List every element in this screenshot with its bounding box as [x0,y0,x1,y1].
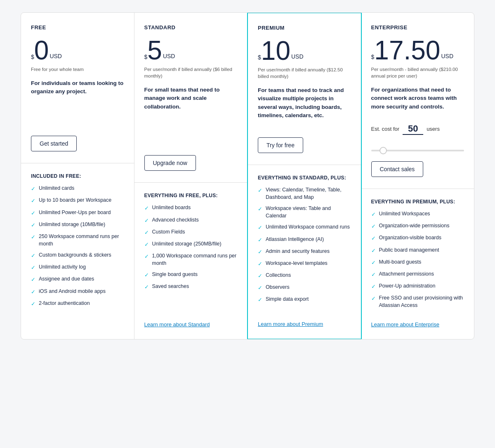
plan-desc-enterprise: For organizations that need to connect w… [371,86,464,111]
feature-item-enterprise-6: ✓ Power-Up administration [371,283,464,290]
feature-item-standard-6: ✓ Saved searches [144,283,238,291]
feature-item-enterprise-5: ✓ Attachment permissions [371,271,464,278]
price-amount-standard: 5 [147,37,162,64]
price-amount-free: 0 [34,37,49,64]
plan-desc-premium: For teams that need to track and visuali… [258,86,351,125]
feature-item-free-1: ✓ Up to 10 boards per Workspace [31,197,124,205]
pricing-table: FREE $ 0 USD Free for your whole team Fo… [21,12,474,340]
feature-text-premium-6: Collections [266,272,291,279]
feature-text-standard-6: Saved searches [152,283,189,290]
plan-desc-free: For individuals or teams looking to orga… [31,79,124,112]
feature-item-enterprise-3: ✓ Public board management [371,247,464,255]
features-section-free: INCLUDED IN FREE: ✓ Unlimited cards ✓ Up… [31,173,124,328]
price-dollar-standard: $ [144,54,148,60]
feature-text-standard-3: Unlimited storage (250MB/file) [152,241,222,248]
check-icon-premium-4: ✓ [258,248,262,256]
features-section-enterprise: EVERYTHING IN PREMIUM, PLUS: ✓ Unlimited… [371,199,464,313]
feature-text-enterprise-1: Organization-wide permissions [379,222,450,230]
learn-more-premium[interactable]: Learn more about Premium [258,313,351,327]
plan-standard: STANDARD $ 5 USD Per user/month if bille… [134,13,248,339]
check-icon-enterprise-6: ✓ [371,283,376,290]
feature-item-premium-4: ✓ Admin and security features [258,248,351,256]
feature-item-free-6: ✓ Unlimited activity log [31,264,124,271]
enterprise-cost: Est. cost for users [371,123,464,135]
check-icon-enterprise-3: ✓ [371,247,376,255]
feature-item-enterprise-7: ✓ Free SSO and user provisioning with At… [371,295,464,309]
plan-enterprise: ENTERPRISE $ 17.50 USD Per user/month - … [361,13,474,339]
divider-premium [248,165,361,165]
feature-item-enterprise-1: ✓ Organization-wide permissions [371,222,464,230]
check-icon-standard-6: ✓ [144,283,149,291]
feature-text-free-0: Unlimited cards [39,185,74,192]
learn-more-enterprise[interactable]: Learn more about Enterprise [371,313,464,328]
price-block-enterprise: $ 17.50 USD [371,37,464,64]
price-dollar-enterprise: $ [371,54,375,60]
est-cost-label: Est. cost for [371,126,400,132]
learn-more-standard[interactable]: Learn more about Standard [144,313,238,328]
cta-button-standard[interactable]: Upgrade now [144,155,196,171]
feature-text-standard-4: 1,000 Workspace command runs per month [152,252,238,267]
check-icon-standard-5: ✓ [144,271,149,279]
feature-text-free-8: iOS and Android mobile apps [39,288,106,295]
plan-name-premium: PREMIUM [258,25,351,31]
price-note-enterprise: Per user/month - billed annually ($210.0… [371,66,464,79]
feature-text-premium-8: Simple data export [266,296,309,303]
features-label-free: INCLUDED IN FREE: [31,173,124,179]
feature-item-enterprise-0: ✓ Unlimited Workspaces [371,210,464,218]
price-note-free: Free for your whole team [31,66,124,73]
feature-text-free-2: Unlimited Power-Ups per board [39,209,111,217]
feature-text-premium-4: Admin and security features [266,248,330,255]
users-input[interactable] [403,123,423,135]
feature-text-enterprise-2: Organization-visible boards [379,234,441,242]
check-icon-premium-2: ✓ [258,224,262,231]
check-icon-free-2: ✓ [31,210,35,217]
feature-item-premium-6: ✓ Collections [258,272,351,280]
feature-item-free-2: ✓ Unlimited Power-Ups per board [31,209,124,217]
price-usd-standard: USD [163,53,175,59]
check-icon-premium-3: ✓ [258,236,262,244]
feature-text-enterprise-0: Unlimited Workspaces [379,210,430,218]
feature-item-free-8: ✓ iOS and Android mobile apps [31,288,124,296]
check-icon-premium-7: ✓ [258,284,262,292]
feature-text-free-6: Unlimited activity log [39,264,86,271]
check-icon-standard-1: ✓ [144,217,149,224]
feature-text-premium-3: Atlassian Intelligence (AI) [266,236,324,243]
feature-text-premium-5: Workspace-level templates [266,260,328,267]
feature-text-free-9: 2-factor authentication [39,300,90,307]
features-section-premium: EVERYTHING IN STANDARD, PLUS: ✓ Views: C… [258,175,351,313]
cta-button-premium[interactable]: Try for free [258,137,303,153]
price-usd-free: USD [50,53,62,59]
feature-item-free-4: ✓ 250 Workspace command runs per month [31,233,124,248]
users-slider-container [371,146,464,153]
feature-text-premium-7: Observers [266,284,290,291]
feature-item-standard-4: ✓ 1,000 Workspace command runs per month [144,252,238,267]
feature-item-premium-3: ✓ Atlassian Intelligence (AI) [258,236,351,244]
price-usd-enterprise: USD [441,53,453,59]
feature-item-standard-1: ✓ Advanced checklists [144,217,238,224]
feature-text-standard-0: Unlimited boards [152,204,191,212]
cta-button-free[interactable]: Get started [31,136,77,151]
users-label: users [427,126,440,132]
feature-item-premium-7: ✓ Observers [258,284,351,292]
price-block-free: $ 0 USD [31,37,124,64]
check-icon-enterprise-0: ✓ [371,211,376,218]
check-icon-enterprise-4: ✓ [371,259,376,266]
feature-text-enterprise-6: Power-Up administration [379,283,436,290]
features-label-standard: EVERYTHING IN FREE, PLUS: [144,193,238,198]
feature-item-standard-3: ✓ Unlimited storage (250MB/file) [144,241,238,248]
price-amount-enterprise: 17.50 [374,37,440,64]
features-section-standard: EVERYTHING IN FREE, PLUS: ✓ Unlimited bo… [144,193,238,313]
feature-text-premium-0: Views: Calendar, Timeline, Table, Dashbo… [266,186,351,201]
price-amount-premium: 10 [261,38,290,64]
check-icon-free-8: ✓ [31,288,35,296]
check-icon-enterprise-1: ✓ [371,223,376,230]
plan-name-free: FREE [31,24,124,31]
users-slider[interactable] [371,150,464,151]
cta-button-enterprise[interactable]: Contact sales [371,161,424,177]
feature-text-premium-1: Workspace views: Table and Calendar [266,205,351,219]
price-usd-premium: USD [291,53,304,60]
plan-premium: PREMIUM $ 10 USD Per user/month if bille… [247,12,362,340]
feature-item-free-9: ✓ 2-factor authentication [31,300,124,308]
check-icon-free-1: ✓ [31,197,35,205]
price-note-premium: Per user/month if billed annually ($12.5… [258,66,351,80]
